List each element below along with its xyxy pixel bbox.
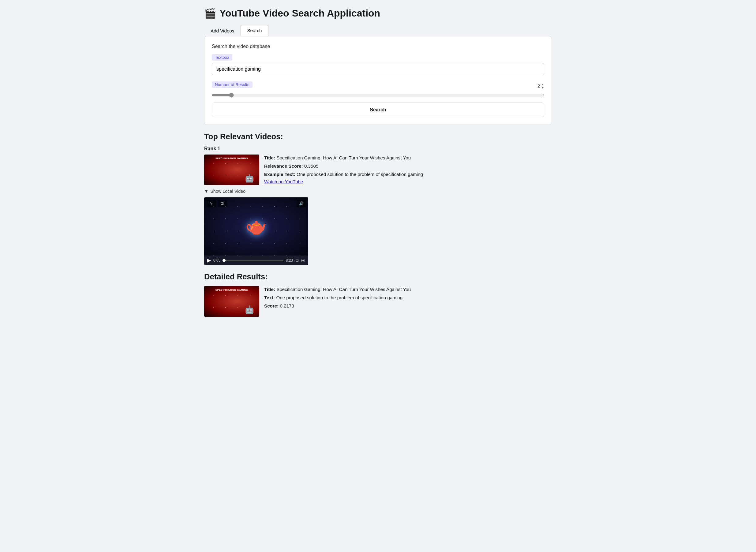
example-text: One proposed solution to the problem of … xyxy=(296,172,423,177)
watch-on-youtube-link[interactable]: Watch on YouTube xyxy=(264,179,303,184)
title-emoji: 🎬 xyxy=(204,7,216,19)
relevance-prefix: Relevance Score: xyxy=(264,163,303,169)
detailed-info-1: Title: Specification Gaming: How AI Can … xyxy=(264,286,552,317)
progress-bar[interactable] xyxy=(223,260,283,261)
top-results-title: Top Relevant Videos: xyxy=(204,132,552,141)
example-prefix: Example Text: xyxy=(264,172,295,177)
play-button[interactable]: ▶ xyxy=(207,257,211,263)
current-time: 0:05 xyxy=(213,258,220,263)
player-right-icons: 🔊 xyxy=(296,200,306,207)
forward-icon[interactable]: ⏭ xyxy=(301,258,305,263)
detailed-score-value: 0.2173 xyxy=(280,303,294,308)
progress-thumb xyxy=(223,259,226,262)
detailed-results-section: Detailed Results: Title: Specification G… xyxy=(204,272,552,317)
pip-icon[interactable]: ⊡ xyxy=(218,200,227,207)
textbox-label: Textbox xyxy=(212,54,232,60)
num-results-group: Number of Results 2 ▲ ▼ xyxy=(212,82,544,103)
detailed-result-1: Title: Specification Gaming: How AI Can … xyxy=(204,286,552,317)
player-screen: ⤡ ⊡ 🔊 🫖 xyxy=(204,197,308,256)
search-input[interactable] xyxy=(212,63,544,75)
relevance-score: 0.3505 xyxy=(304,163,318,169)
app-title: 🎬 YouTube Video Search Application xyxy=(204,7,552,19)
tab-add-videos[interactable]: Add Videos xyxy=(204,25,241,36)
player-left-icons: ⤡ ⊡ xyxy=(207,200,227,207)
rank-1-info: Title: Specification Gaming: How AI Can … xyxy=(264,154,552,184)
detailed-thumb-stars xyxy=(204,286,259,317)
detailed-thumb-image-1 xyxy=(204,286,259,317)
detailed-results-title: Detailed Results: xyxy=(204,272,552,281)
player-controls-bar: ▶ 0:05 8:23 ⊡ ⏭ xyxy=(204,256,308,265)
show-local-label: Show Local Video xyxy=(210,189,245,194)
num-results-value-box: 2 ▲ ▼ xyxy=(533,83,544,89)
search-button[interactable]: Search xyxy=(212,103,544,117)
tab-search[interactable]: Search xyxy=(241,25,268,36)
show-local-toggle[interactable]: ▼ Show Local Video xyxy=(204,189,552,194)
num-results-slider[interactable] xyxy=(212,93,544,98)
tab-bar: Add Videos Search xyxy=(204,25,552,36)
detailed-score-prefix: Score: xyxy=(264,303,278,308)
video-player: ⤡ ⊡ 🔊 🫖 ▶ 0:05 8:23 xyxy=(204,197,308,265)
rank-1-relevance: Relevance Score: 0.3505 xyxy=(264,163,552,170)
player-top-controls: ⤡ ⊡ 🔊 xyxy=(207,200,306,207)
search-panel: Search the video database Textbox Number… xyxy=(204,36,552,125)
detailed-text-content: One proposed solution to the problem of … xyxy=(276,295,402,300)
num-results-value: 2 xyxy=(533,83,540,89)
rank-1-result: Title: Specification Gaming: How AI Can … xyxy=(204,154,552,185)
rank-1-title: Title: Specification Gaming: How AI Can … xyxy=(264,154,552,162)
detailed-title-1: Title: Specification Gaming: How AI Can … xyxy=(264,286,552,293)
fullscreen-icon[interactable]: ⤡ xyxy=(207,200,216,207)
num-results-spinner[interactable]: ▲ ▼ xyxy=(541,83,544,89)
player-content-visual: 🫖 xyxy=(245,216,267,237)
volume-icon[interactable]: 🔊 xyxy=(296,200,306,207)
detailed-title-text: Specification Gaming: How AI Can Turn Yo… xyxy=(276,287,411,292)
caption-icon[interactable]: ⊡ xyxy=(295,258,299,263)
search-panel-title: Search the video database xyxy=(212,44,544,49)
num-results-label: Number of Results xyxy=(212,82,253,88)
title-prefix: Title: xyxy=(264,155,275,160)
detailed-score-1: Score: 0.2173 xyxy=(264,303,552,310)
thumbnail-image xyxy=(204,154,259,185)
title-text: Specification Gaming: How AI Can Turn Yo… xyxy=(276,155,411,160)
rank-1-label: Rank 1 xyxy=(204,146,552,151)
rank-1-thumbnail xyxy=(204,154,259,185)
detailed-title-prefix: Title: xyxy=(264,287,275,292)
thumbnail-bg-stars xyxy=(204,154,259,185)
chevron-down-icon: ▼ xyxy=(204,189,209,194)
total-time: 8:23 xyxy=(286,258,293,263)
rank-1-section: Rank 1 Title: Specification Gaming: How … xyxy=(204,146,552,265)
detailed-text-prefix: Text: xyxy=(264,295,275,300)
textbox-field-group: Textbox xyxy=(212,54,544,82)
rank-1-example: Example Text: One proposed solution to t… xyxy=(264,171,552,178)
detailed-thumbnail-1 xyxy=(204,286,259,317)
detailed-text-1: Text: One proposed solution to the probl… xyxy=(264,294,552,301)
